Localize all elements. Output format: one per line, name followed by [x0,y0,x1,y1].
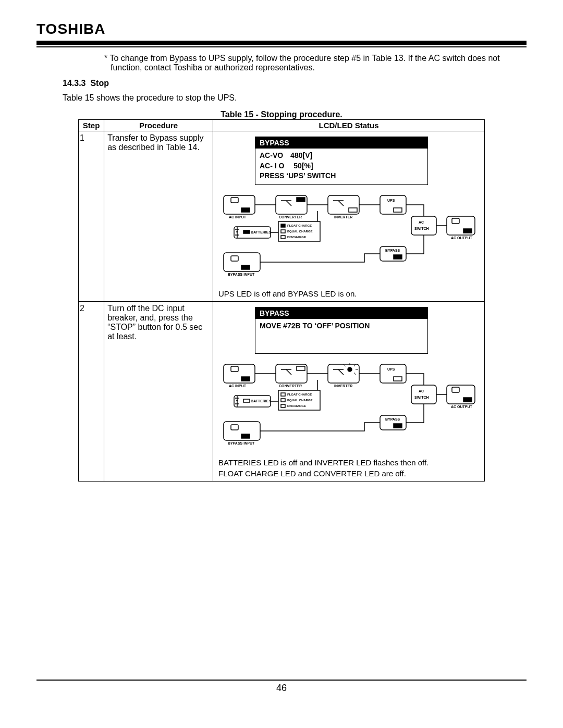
lcd-line: AC-VO 480[V] [260,151,423,161]
svg-rect-47 [281,404,285,408]
diagram-label-float-charge: FLOAT CHARGE [287,224,312,227]
brand-rule [36,41,527,47]
diagram-label-bypass: BYPASS [385,417,400,421]
diagram-label-ac-switch-1: AC [419,389,424,393]
status-diagram: AC INPUT CONVERTER INVERTER UPS AC SWITC… [218,190,479,286]
diagram-label-discharge: DISCHARGE [287,404,306,408]
intro-text: Table 15 shows the procedure to stop the… [63,93,527,103]
svg-rect-6 [349,208,357,212]
col-status: LCD/LED Status [213,120,485,131]
col-procedure: Procedure [104,120,213,131]
table-caption: Table 15 - Stopping procedure. [36,110,527,119]
diagram-label-ups: UPS [387,367,395,371]
svg-rect-43 [243,399,250,402]
diagram-label-ups: UPS [387,199,395,202]
procedure-cell: Transfer to Bypass supply as described i… [104,131,213,302]
lcd-body: AC-VO 480[V] AC- I O 50[%] PRESS ‘UPS’ S… [255,149,427,184]
status-cell: BYPASS MOVE #72B TO ‘OFF’ POSITION [213,301,485,481]
svg-rect-9 [411,216,436,235]
svg-rect-37 [394,377,402,381]
step-cell: 2 [79,301,104,481]
diagram-label-batteries: BATTERIES [251,230,271,234]
svg-rect-24 [224,364,255,383]
svg-rect-49 [231,425,238,430]
diagram-label-ac-output: AC OUTPUT [451,236,473,240]
table-row: 1 Transfer to Bypass supply as described… [79,131,485,302]
note-text: * To change from Bypass to UPS supply, f… [104,54,521,72]
svg-rect-12 [463,229,472,233]
diagram-label-ac-output: AC OUTPUT [451,405,473,409]
svg-rect-23 [394,255,402,259]
svg-rect-40 [452,387,459,392]
svg-rect-2 [241,208,250,212]
col-step: Step [79,120,104,131]
svg-rect-21 [241,265,250,269]
svg-rect-25 [231,366,238,372]
lcd-header: BYPASS [255,137,427,149]
diagram-label-batteries: BATTERIES [251,399,271,403]
diagram-label-equal-charge: EQUAL CHARGE [287,230,313,233]
svg-rect-52 [394,424,402,428]
diagram-label-bypass: BYPASS [385,249,400,252]
diagram-label-bypass-input: BYPASS INPUT [228,273,255,276]
svg-rect-16 [281,224,285,227]
step-cell: 1 [79,131,104,302]
page-number: 46 [36,683,527,694]
diagram-label-converter: CONVERTER [279,384,302,388]
status-note: FLOAT CHARGE LED and CONVERTER LED are o… [218,469,479,478]
status-note: BATTERIES LED is off and INVERTER LED fl… [218,458,479,467]
diagram-label-converter: CONVERTER [279,215,302,219]
lcd-line: AC- I O 50[%] [260,161,423,171]
svg-rect-41 [463,398,472,402]
svg-rect-28 [297,366,305,371]
svg-rect-4 [297,198,305,202]
svg-rect-14 [243,230,250,233]
lcd-panel: BYPASS MOVE #72B TO ‘OFF’ POSITION [255,307,428,354]
diagram-label-inverter: INVERTER [334,215,352,219]
svg-rect-11 [452,218,459,224]
diagram-label-discharge: DISCHARGE [287,236,306,239]
table-row: 2 Turn off the DC input breaker, and, pr… [79,301,485,481]
svg-rect-50 [241,434,250,438]
diagram-label-inverter: INVERTER [334,384,352,388]
status-cell: BYPASS AC-VO 480[V] AC- I O 50[%] PRESS … [213,131,485,302]
stopping-procedure-table: Step Procedure LCD/LED Status 1 Transfer… [78,119,485,482]
diagram-label-ac-switch-2: SWITCH [414,227,429,230]
svg-rect-18 [281,236,285,239]
diagram-label-bypass-input: BYPASS INPUT [228,441,255,445]
svg-rect-20 [231,256,238,261]
diagram-label-float-charge: FLOAT CHARGE [287,393,312,396]
svg-rect-27 [276,364,307,383]
diagram-label-ac-input: AC INPUT [229,384,247,388]
section-title: Stop [90,79,109,88]
svg-point-35 [348,367,352,372]
diagram-label-ac-input: AC INPUT [229,215,247,219]
svg-rect-26 [241,377,250,381]
svg-rect-8 [394,208,402,212]
status-note: UPS LED is off and BYPASS LED is on. [218,289,479,298]
svg-rect-0 [224,195,255,214]
svg-rect-46 [281,399,285,402]
svg-rect-38 [411,385,436,404]
lcd-body: MOVE #72B TO ‘OFF’ POSITION [255,319,427,353]
svg-rect-45 [281,393,285,396]
diagram-label-ac-switch-1: AC [419,220,424,224]
svg-line-33 [354,373,356,375]
diagram-label-ac-switch-2: SWITCH [414,396,429,399]
diagram-label-equal-charge: EQUAL CHARGE [287,399,313,402]
section-heading: 14.3.3 Stop [63,79,527,88]
brand-logo: TOSHIBA [36,21,527,38]
svg-rect-5 [328,195,359,214]
status-diagram: AC INPUT CONVERTER INVERTER UPS AC SWITC… [218,359,479,455]
lcd-header: BYPASS [255,307,427,319]
lcd-line: PRESS ‘UPS’ SWITCH [260,171,423,181]
footer-rule [36,680,527,681]
svg-rect-1 [231,198,238,203]
svg-rect-29 [328,364,359,383]
section-number: 14.3.3 [63,79,85,88]
lcd-line: MOVE #72B TO ‘OFF’ POSITION [260,321,423,331]
lcd-panel: BYPASS AC-VO 480[V] AC- I O 50[%] PRESS … [255,137,428,185]
svg-rect-17 [281,230,285,233]
procedure-cell: Turn off the DC input breaker, and, pres… [104,301,213,481]
